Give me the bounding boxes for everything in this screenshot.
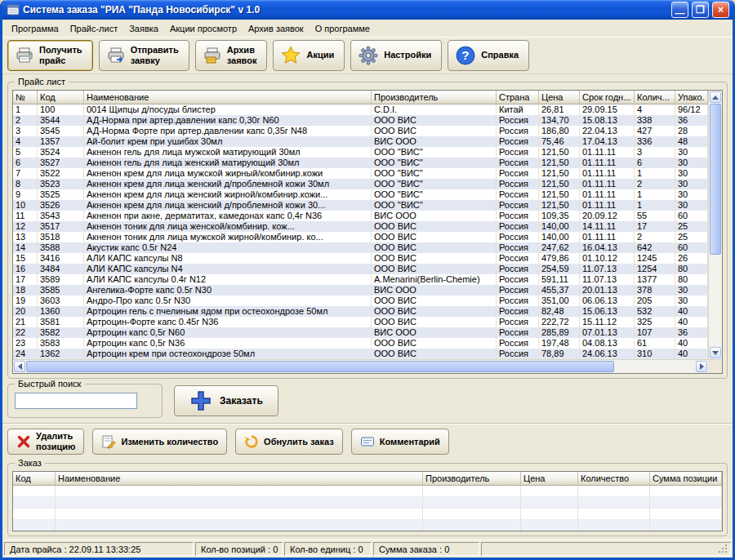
comment-button[interactable]: Комментарий: [351, 429, 449, 455]
pricelist-row[interactable]: 103526Акненон крем для лица женский д/пр…: [13, 200, 708, 211]
scroll-left-button[interactable]: [14, 361, 25, 372]
pricelist-row[interactable]: 201360Артроцин гель с пчелиным ядом при …: [13, 306, 708, 317]
order-table: КодНаименованиеПроизводительЦенаКоличест…: [12, 471, 723, 531]
settings-button[interactable]: Настройки: [350, 40, 442, 71]
pricelist-cell: АД-Норма при артер.давлении капс 0,30г N…: [84, 115, 372, 126]
pricelist-cell: 19: [13, 296, 38, 306]
scroll-right-button[interactable]: [696, 361, 707, 372]
pricelist-row[interactable]: 213581Артроцин-Форте капс 0.45г N36ООО В…: [13, 317, 708, 327]
order-column-header[interactable]: Цена: [521, 472, 578, 486]
pricelist-row[interactable]: 93525Акненон крем для лица женский жирно…: [13, 189, 708, 200]
pricelist-row[interactable]: 193603Андро-Про капс 0.5г N30ООО ВИСРосс…: [13, 296, 708, 306]
pricelist-column-header[interactable]: Цена: [539, 91, 580, 104]
archive-orders-button[interactable]: Архив заявок: [195, 40, 268, 71]
pricelist-cell: 06.06.13: [580, 296, 635, 306]
pricelist-cell: 07.01.13: [580, 327, 635, 338]
pricelist-row[interactable]: 241362Артроцин крем при остеохондрозе 50…: [13, 349, 708, 359]
order-column-header[interactable]: Сумма позиции: [650, 472, 722, 486]
minimize-button[interactable]: —: [671, 2, 688, 18]
pricelist-cell: 24.06.13: [580, 349, 635, 359]
pricelist-cell: 30: [675, 147, 708, 158]
menu-o-programme[interactable]: О программе: [310, 21, 376, 36]
pricelist-cell: Россия: [497, 317, 539, 327]
pricelist-column-header[interactable]: №: [13, 91, 38, 104]
vertical-scroll-thumb[interactable]: [710, 104, 721, 255]
reset-order-button[interactable]: Обнулить заказ: [235, 429, 343, 455]
pricelist-cell: 140,00: [539, 221, 580, 232]
printer-send-icon: [106, 46, 126, 65]
pricelist-row[interactable]: 133518Акненон тоник для лица мужской жир…: [13, 232, 708, 242]
change-quantity-button[interactable]: Изменить количество: [92, 429, 227, 455]
close-button[interactable]: ×: [712, 2, 729, 18]
pricelist-cell: 3583: [38, 338, 84, 349]
order-column-header[interactable]: Наименование: [56, 472, 423, 486]
pricelist-column-header[interactable]: Страна: [497, 91, 539, 104]
edit-icon: [101, 434, 116, 449]
order-column-header[interactable]: Производитель: [423, 472, 521, 486]
pricelist-cell: Акненон тоник для лица мужской жирной/ко…: [84, 232, 372, 242]
pricelist-cell: ООО ВИС: [372, 306, 497, 317]
pricelist-row[interactable]: 143588Акустик капс 0.5г N24ООО ВИСРоссия…: [13, 242, 708, 253]
pricelist-column-header[interactable]: Упако.: [675, 91, 708, 104]
menu-programma[interactable]: Программа: [6, 21, 65, 36]
pricelist-cell: ВИС ООО: [372, 211, 497, 221]
promotions-button[interactable]: Акции: [273, 40, 345, 71]
pricelist-row[interactable]: 163484АЛИ КАПС капсулы N4ООО ВИСРоссия25…: [13, 264, 708, 274]
pricelist-cell: 532: [635, 306, 675, 317]
order-column-header[interactable]: Количество: [578, 472, 650, 486]
pricelist-row[interactable]: 41357Ай-болит крем при ушибах 30млВИС ОО…: [13, 136, 708, 147]
get-price-button[interactable]: Получить прайс: [7, 40, 93, 71]
pricelist-cell: C.D.I.: [372, 104, 497, 115]
pricelist-row[interactable]: 63527Акненон гель для лица женский матир…: [13, 158, 708, 168]
resize-grip-icon[interactable]: [718, 544, 728, 554]
pricelist-row[interactable]: 53524Акненон гель для лица мужской матир…: [13, 147, 708, 158]
pricelist-row[interactable]: 73522Акненон крем для лица мужской жирны…: [13, 168, 708, 179]
pricelist-row[interactable]: 33545АД-Норма Форте при артер.давлении к…: [13, 126, 708, 136]
pricelist-cell: Россия: [497, 232, 539, 242]
pricelist-row[interactable]: 183585Ангелика-Форте капс 0.5г N30ВИС ОО…: [13, 285, 708, 296]
help-button[interactable]: ? Справка: [448, 40, 529, 71]
app-icon: [7, 3, 20, 16]
order-column-header[interactable]: Код: [13, 472, 56, 486]
title-bar: Система заказа "РИА "Панда Новосибирск" …: [2, 0, 733, 20]
pricelist-column-header[interactable]: Производитель: [372, 91, 497, 104]
pricelist-row[interactable]: 123517Акненон тоник для лица женской/ком…: [13, 221, 708, 232]
pricelist-column-header[interactable]: Колич...: [635, 91, 675, 104]
scroll-up-button[interactable]: [710, 91, 721, 103]
pricelist-cell: 20.09.12: [580, 211, 635, 221]
pricelist-cell: 01.11.11: [580, 147, 635, 158]
pricelist-row[interactable]: 11000014 Щипцы д/посуды блистерC.D.I.Кит…: [13, 104, 708, 115]
pricelist-column-header[interactable]: Наименование: [84, 91, 372, 104]
pricelist-row[interactable]: 83523Акненон крем для лица женский д/про…: [13, 179, 708, 189]
send-order-button[interactable]: Отправить заявку: [99, 40, 189, 71]
pricelist-row[interactable]: 23544АД-Норма при артер.давлении капс 0,…: [13, 115, 708, 126]
menu-price-list[interactable]: Прайс-лист: [65, 21, 124, 36]
pricelist-cell: 1: [13, 104, 38, 115]
pricelist-row[interactable]: 113543Акненон при акне, дерматитах, каме…: [13, 211, 708, 221]
pricelist-column-header[interactable]: Код: [38, 91, 84, 104]
scrollbar-corner: [708, 360, 722, 373]
pricelist-cell: 30: [675, 285, 708, 296]
order-button[interactable]: Заказать: [174, 385, 278, 416]
menu-zayavka[interactable]: Заявка: [123, 21, 164, 36]
pricelist-cell: 2: [635, 232, 675, 242]
pricelist-row[interactable]: 233583Артроцин капс 0,5г N36ООО ВИСРосси…: [13, 338, 708, 349]
order-group: Заказ КодНаименованиеПроизводительЦенаКо…: [7, 463, 728, 536]
menu-akcii-prosmotr[interactable]: Акции просмотр: [164, 21, 243, 36]
pricelist-horizontal-scrollbar[interactable]: [13, 360, 708, 373]
scroll-down-button[interactable]: [710, 347, 721, 358]
search-input[interactable]: [15, 393, 137, 409]
pricelist-vertical-scrollbar[interactable]: [708, 91, 722, 359]
pricelist-cell: 75,46: [539, 136, 580, 147]
pricelist-row[interactable]: 223582Артроцин капс 0,5г N60ВИС ОООРосси…: [13, 327, 708, 338]
pricelist-column-header[interactable]: Срок годн...: [580, 91, 635, 104]
pricelist-row[interactable]: 173589АЛИ КАПС капсулы 0.4г N12A.Menarin…: [13, 274, 708, 285]
delete-position-button[interactable]: Удалить позицию: [7, 429, 84, 455]
pricelist-cell: A.Menarini(Berlin-Chemie): [372, 274, 497, 285]
pricelist-cell: Артроцин крем при остеохондрозе 50мл: [84, 349, 372, 359]
pricelist-row[interactable]: 153416АЛИ КАПС капсулы N8ООО ВИСРоссия47…: [13, 253, 708, 264]
maximize-button[interactable]: ❐: [692, 2, 709, 18]
horizontal-scroll-thumb[interactable]: [26, 361, 614, 372]
status-filler: [481, 542, 731, 556]
menu-arhiv-zayavok[interactable]: Архив заявок: [243, 21, 310, 36]
